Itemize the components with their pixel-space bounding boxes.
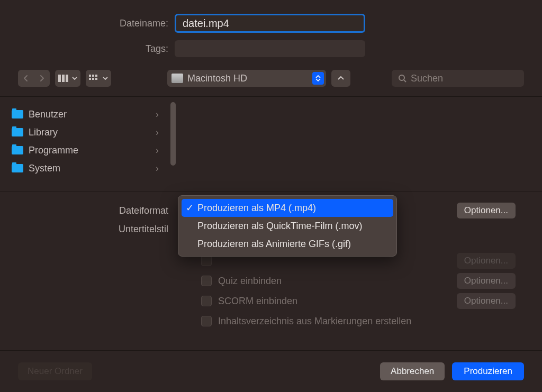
toc-label: Inhaltsverzeichnis aus Markierungen erst… <box>218 316 516 327</box>
folder-item[interactable]: Library › <box>12 123 169 141</box>
scorm-checkbox[interactable] <box>201 296 212 306</box>
fileformat-options-button[interactable]: Optionen... <box>457 203 516 218</box>
svg-rect-1 <box>62 75 65 82</box>
disk-icon <box>171 74 183 83</box>
folder-icon <box>12 128 23 136</box>
group-by-button[interactable] <box>86 70 111 87</box>
folder-item[interactable]: Benutzer › <box>12 105 169 123</box>
svg-rect-6 <box>89 78 91 80</box>
quiz-options-button: Optionen... <box>457 273 516 289</box>
chevron-right-icon: › <box>156 163 159 174</box>
cancel-button[interactable]: Abbrechen <box>380 362 445 380</box>
folder-icon <box>12 110 23 118</box>
folder-icon <box>12 164 23 172</box>
subtitle-style-label: Untertitelstil <box>0 224 175 235</box>
checkbox <box>201 256 212 266</box>
chevron-right-icon: › <box>156 109 159 120</box>
folder-item[interactable]: System › <box>12 159 169 177</box>
file-browser: Benutzer › Library › Programme › System … <box>0 97 542 192</box>
nav-back-forward <box>18 70 50 87</box>
search-input[interactable]: Suchen <box>392 70 524 87</box>
quiz-checkbox[interactable] <box>201 276 212 286</box>
check-icon: ✓ <box>186 202 194 214</box>
collapse-button[interactable] <box>331 70 350 87</box>
svg-rect-2 <box>66 75 68 82</box>
search-placeholder: Suchen <box>411 73 443 84</box>
column-scrollbar[interactable] <box>170 102 176 166</box>
tags-label: Tags: <box>0 43 175 54</box>
back-button[interactable] <box>18 70 34 87</box>
scorm-label: SCORM einbinden <box>218 296 457 307</box>
dropdown-item-gif[interactable]: Produzieren als Animierte GIFs (.gif) <box>182 235 393 253</box>
options-section: Dateiformat Optionen... Untertitelstil O… <box>0 192 542 331</box>
svg-rect-5 <box>95 75 97 77</box>
forward-button[interactable] <box>34 70 50 87</box>
filename-input[interactable] <box>175 14 365 33</box>
folder-item[interactable]: Programme › <box>12 141 169 159</box>
bottom-bar: Neuer Ordner Abbrechen Produzieren <box>0 350 542 392</box>
column-0: Benutzer › Library › Programme › System … <box>0 97 169 192</box>
options-button-disabled: Optionen... <box>457 253 516 269</box>
svg-rect-3 <box>89 75 91 77</box>
new-folder-button[interactable]: Neuer Ordner <box>18 362 92 380</box>
location-dropdown[interactable]: Macintosh HD <box>167 70 326 87</box>
scorm-options-button: Optionen... <box>457 293 516 309</box>
svg-point-9 <box>399 75 404 80</box>
location-name: Macintosh HD <box>187 73 312 84</box>
chevron-right-icon: › <box>156 127 159 138</box>
svg-rect-0 <box>58 75 61 82</box>
dropdown-item-mov[interactable]: Produzieren als QuickTime-Film (.mov) <box>182 217 393 235</box>
dropdown-stepper-icon <box>312 72 324 85</box>
toc-checkbox[interactable] <box>201 316 212 326</box>
produce-button[interactable]: Produzieren <box>452 362 524 380</box>
svg-rect-4 <box>92 75 94 77</box>
quiz-label: Quiz einbinden <box>218 276 457 287</box>
toolbar: Macintosh HD Suchen <box>0 65 542 92</box>
svg-rect-8 <box>95 78 97 80</box>
folder-icon <box>12 146 23 154</box>
tags-input[interactable] <box>175 40 365 57</box>
filename-label: Dateiname: <box>0 18 175 29</box>
view-columns-button[interactable] <box>55 70 80 87</box>
fileformat-dropdown[interactable]: ✓ Produzieren als MP4 (.mp4) Produzieren… <box>178 195 397 257</box>
svg-rect-7 <box>92 78 94 80</box>
dropdown-item-mp4[interactable]: ✓ Produzieren als MP4 (.mp4) <box>182 199 393 217</box>
fileformat-label: Dateiformat <box>0 205 175 216</box>
chevron-right-icon: › <box>156 145 159 156</box>
